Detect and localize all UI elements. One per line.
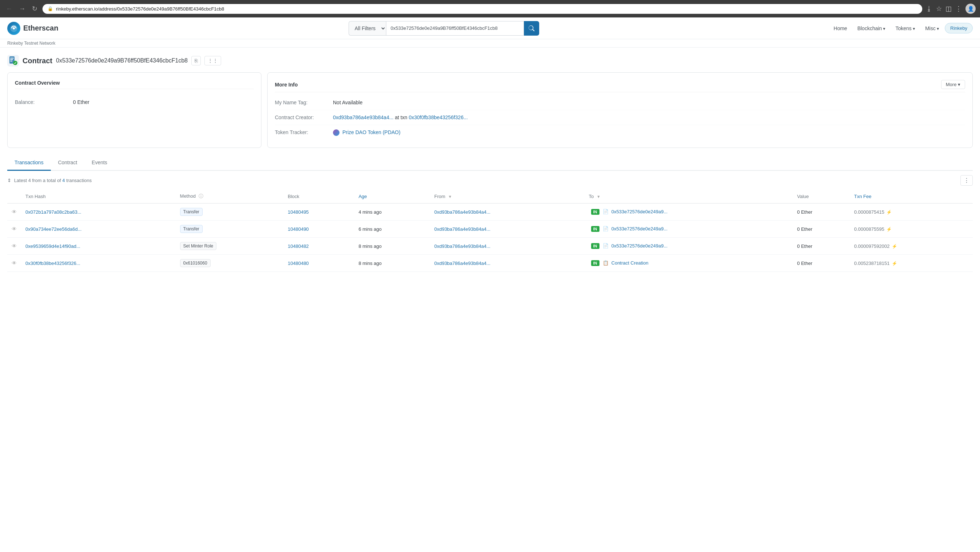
token-icon: [333, 129, 339, 136]
txn-count-link[interactable]: 4: [62, 178, 65, 183]
filter-select[interactable]: All Filters: [348, 21, 386, 36]
network-label: Rinkeby Testnet Network: [7, 41, 56, 46]
balance-label: Balance:: [15, 99, 73, 105]
block-link-3[interactable]: 10480480: [288, 260, 309, 266]
contract-type-label: Contract: [22, 57, 52, 65]
from-link-3[interactable]: 0xd93ba786a4e93b84a4...: [434, 260, 490, 266]
from-link-2[interactable]: 0xd93ba786a4e93b84a4...: [434, 244, 490, 249]
eye-icon-2[interactable]: 👁: [12, 243, 17, 249]
copy-address-button[interactable]: ⎘: [191, 56, 201, 65]
profile-icon[interactable]: 👤: [966, 4, 976, 14]
back-button[interactable]: ←: [4, 4, 14, 13]
method-badge-3: 0x61016060: [180, 259, 211, 267]
txn-hash-link-0[interactable]: 0x072b1a797a08c2ba63...: [25, 209, 81, 215]
creator-txn-link[interactable]: 0x30f0fb38be43256f326...: [409, 115, 468, 120]
table-header: Txn Hash Method ⓘ Block Age From ▼ To ▼: [7, 189, 973, 204]
rinkeby-badge: Rinkeby: [945, 23, 973, 34]
value-cell-1: 0 Ether: [793, 220, 850, 238]
url-text: rinkeby.etherscan.io/address/0x533e72576…: [56, 6, 224, 12]
txn-hash-link-2[interactable]: 0xe9539659d4e14f90ad...: [25, 244, 80, 249]
share-icon[interactable]: ⭳: [926, 5, 932, 13]
value-cell-0: 0 Ether: [793, 204, 850, 220]
reload-button[interactable]: ↻: [30, 4, 39, 13]
value-cell-2: 0 Ether: [793, 238, 850, 255]
table-row: 👁 0x90a734ee72ee56da6d... Transfer 10480…: [7, 220, 973, 238]
search-button[interactable]: [524, 21, 539, 36]
to-icon-3: 📋: [603, 260, 609, 266]
block-link-2[interactable]: 10480482: [288, 244, 309, 249]
svg-point-1: [13, 27, 15, 29]
age-cell-3: 8 mins ago: [354, 255, 430, 272]
method-badge-1: Transfer: [180, 225, 203, 233]
nav-blockchain[interactable]: Blockchain: [853, 22, 889, 34]
creator-label: Contract Creator:: [275, 115, 333, 120]
txn-hash-link-1[interactable]: 0x90a734ee72ee56da6d...: [25, 227, 82, 232]
more-info-card: More Info More ▾ My Name Tag: Not Availa…: [267, 72, 973, 148]
from-link-0[interactable]: 0xd93ba786a4e93b84a4...: [434, 209, 490, 215]
lock-icon: 🔒: [48, 6, 53, 11]
extensions-icon[interactable]: ◫: [945, 5, 952, 13]
table-row: 👁 0x072b1a797a08c2ba63... Transfer 10480…: [7, 204, 973, 220]
more-button[interactable]: More ▾: [941, 80, 965, 89]
energy-icon-3: ⚡: [892, 261, 897, 266]
in-badge-0: IN: [591, 209, 600, 215]
nav-misc[interactable]: Misc: [921, 22, 943, 34]
creator-value: 0xd93ba786a4e93b84a4... at txn 0x30f0fb3…: [333, 115, 965, 120]
search-input[interactable]: [386, 21, 524, 36]
tab-contract[interactable]: Contract: [51, 155, 84, 171]
svg-text:✓: ✓: [14, 61, 17, 65]
to-link-1[interactable]: 0x533e72576de0e249a9...: [611, 226, 668, 231]
contract-overview-card: Contract Overview Balance: 0 Ether: [7, 72, 261, 148]
txn-hash-link-3[interactable]: 0x30f0fb38be43256f326...: [25, 260, 80, 266]
energy-icon-2: ⚡: [892, 244, 897, 249]
in-badge-1: IN: [591, 226, 600, 232]
table-options-button[interactable]: ⋮: [960, 175, 973, 186]
to-link-2[interactable]: 0x533e72576de0e249a9...: [611, 243, 668, 249]
svg-rect-5: [10, 59, 13, 60]
to-icon-0: 📄: [603, 209, 609, 214]
svg-rect-6: [10, 61, 12, 61]
name-tag-label: My Name Tag:: [275, 100, 333, 105]
fee-cell-0: 0.0000875415 ⚡: [850, 204, 973, 220]
table-row: 👁 0x30f0fb38be43256f326... 0x61016060 10…: [7, 255, 973, 272]
address-bar[interactable]: 🔒 rinkeby.etherscan.io/address/0x533e725…: [43, 4, 922, 14]
eye-icon-0[interactable]: 👁: [12, 209, 17, 215]
col-from: From ▼: [430, 189, 585, 204]
more-info-title: More Info: [275, 82, 298, 88]
eye-icon-1[interactable]: 👁: [12, 226, 17, 232]
grid-view-button[interactable]: ⋮⋮: [204, 56, 221, 65]
to-icon-2: 📄: [603, 243, 609, 249]
creator-row: Contract Creator: 0xd93ba786a4e93b84a4..…: [275, 110, 965, 125]
svg-rect-4: [10, 58, 14, 59]
eye-icon-3[interactable]: 👁: [12, 260, 17, 266]
balance-value: 0 Ether: [73, 99, 254, 105]
txn-summary-text: ⇕ Latest 4 from a total of 4 transaction…: [7, 178, 92, 183]
filter-icon: ⇕: [7, 178, 11, 183]
from-filter-icon[interactable]: ▼: [448, 195, 452, 199]
browser-chrome: ← → ↻ 🔒 rinkeby.etherscan.io/address/0x5…: [0, 0, 980, 18]
creator-address-link[interactable]: 0xd93ba786a4e93b84a4...: [333, 115, 394, 120]
to-link-3[interactable]: Contract Creation: [611, 260, 649, 266]
forward-button[interactable]: →: [18, 4, 27, 13]
more-info-header: More Info More ▾: [275, 80, 965, 89]
col-txn-hash: Txn Hash: [21, 189, 176, 204]
nav-tokens[interactable]: Tokens: [891, 22, 920, 34]
block-link-0[interactable]: 10480495: [288, 209, 309, 215]
token-tracker-label: Token Tracker:: [275, 129, 333, 135]
to-link-0[interactable]: 0x533e72576de0e249a9...: [611, 209, 668, 214]
to-cell-3: IN 📋 Contract Creation: [585, 255, 793, 272]
age-cell-2: 8 mins ago: [354, 238, 430, 255]
logo-icon: [7, 22, 20, 35]
sub-nav: Rinkeby Testnet Network: [0, 39, 980, 48]
nav-home[interactable]: Home: [829, 22, 851, 34]
tab-events[interactable]: Events: [84, 155, 115, 171]
tab-transactions[interactable]: Transactions: [7, 155, 51, 171]
bookmark-icon[interactable]: ☆: [936, 5, 942, 13]
method-badge-2: Set Minter Role: [180, 242, 217, 250]
menu-icon[interactable]: ⋮: [955, 5, 962, 13]
to-filter-icon[interactable]: ▼: [597, 195, 601, 199]
block-link-1[interactable]: 10480490: [288, 227, 309, 232]
from-link-1[interactable]: 0xd93ba786a4e93b84a4...: [434, 227, 490, 232]
token-tracker-link[interactable]: Prize DAO Token (PDAO): [342, 129, 401, 135]
browser-right-icons: ⭳ ☆ ◫ ⋮ 👤: [926, 4, 976, 14]
